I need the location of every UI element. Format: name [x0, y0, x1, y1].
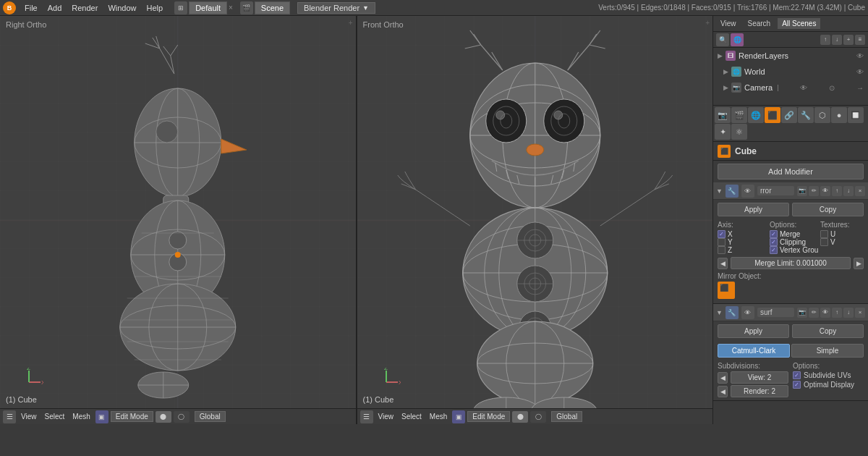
prop-world[interactable]: 🌐 — [748, 107, 764, 123]
view-subdiv-left[interactable]: ◀ — [718, 372, 728, 384]
subsurf-copy-btn[interactable]: Copy — [792, 324, 864, 338]
clipping-check[interactable] — [770, 238, 778, 246]
subsurf-name[interactable]: surf — [757, 308, 794, 317]
subsurf-edit[interactable]: ✏ — [809, 308, 819, 318]
workspace-close[interactable]: × — [229, 4, 233, 12]
scene-icon[interactable]: 🎬 — [240, 1, 253, 14]
nav-icon-2[interactable]: ↓ — [832, 35, 842, 45]
mirror-name[interactable]: rror — [757, 186, 794, 195]
render-subdiv-left[interactable]: ◀ — [718, 386, 728, 397]
select-menu-right[interactable]: Select — [399, 412, 425, 421]
prop-modifiers[interactable]: 🔧 — [798, 107, 814, 123]
view-subdiv-field[interactable]: View: 2 — [731, 371, 788, 384]
expand-icon[interactable]: + — [843, 35, 854, 45]
subsurf-vis[interactable]: 👁 — [820, 308, 830, 318]
global-select-left[interactable]: Global — [195, 411, 226, 422]
mesh-menu-left[interactable]: Mesh — [69, 412, 93, 421]
camera-cursor[interactable]: ⊙ — [829, 84, 835, 92]
u-check[interactable] — [820, 230, 828, 238]
add-modifier-button[interactable]: Add Modifier — [718, 164, 864, 180]
mirror-down[interactable]: ↓ — [843, 186, 854, 196]
outliner-item-renderlayers[interactable]: ▶ 🎞 RenderLayers 👁 — [713, 48, 868, 64]
panel-tab-all-scenes[interactable]: All Scenes — [778, 18, 820, 29]
mirror-vis[interactable]: 👁 — [820, 186, 830, 196]
mirror-cam[interactable]: 📷 — [797, 186, 807, 196]
view-menu-left[interactable]: View — [18, 412, 40, 421]
prop-render[interactable]: 📷 — [715, 107, 731, 123]
optimal-display-check[interactable] — [793, 381, 801, 389]
viewport-menu-icon-right[interactable]: ☰ — [360, 410, 373, 423]
mirror-toggle[interactable]: ▼ — [716, 187, 723, 195]
scene-icon-2[interactable]: 🌐 — [731, 33, 744, 46]
layer2-btn-right[interactable]: ◯ — [530, 411, 546, 423]
mirror-up[interactable]: ↑ — [832, 186, 842, 196]
mode-icon-right[interactable]: ▣ — [452, 410, 465, 423]
global-select-right[interactable]: Global — [551, 411, 582, 422]
prop-physics[interactable]: ⚛ — [731, 124, 747, 140]
subsurf-apply-btn[interactable]: Apply — [718, 324, 789, 338]
scene-label[interactable]: Scene — [255, 1, 290, 14]
panel-tab-search[interactable]: Search — [744, 18, 775, 29]
engine-selector[interactable]: Blender Render ▼ — [297, 2, 375, 14]
merge-limit-left[interactable]: ◀ — [718, 258, 728, 269]
workspace-default[interactable]: Default — [189, 1, 227, 14]
render-subdiv-field[interactable]: Render: 2 — [731, 385, 788, 397]
catmull-clark-tab[interactable]: Catmull-Clark — [718, 344, 790, 358]
prop-constraints[interactable]: 🔗 — [781, 107, 797, 123]
viewport-menu-icon-left[interactable]: ☰ — [3, 410, 16, 423]
subsurf-up[interactable]: ↑ — [832, 308, 842, 318]
vertex-check[interactable] — [770, 246, 778, 254]
subsurf-cam[interactable]: 📷 — [797, 308, 807, 318]
simple-tab[interactable]: Simple — [791, 344, 864, 358]
subsurf-toggle[interactable]: ▼ — [716, 309, 723, 316]
mode-icon-left[interactable]: ▣ — [95, 410, 109, 423]
layer-btn-left[interactable]: ⬤ — [156, 411, 171, 423]
camera-arrow[interactable]: → — [856, 84, 864, 92]
mirror-close[interactable]: × — [855, 186, 865, 196]
axis-y-check[interactable] — [718, 238, 726, 246]
mirror-apply-btn[interactable]: Apply — [718, 203, 789, 216]
menu-window[interactable]: Window — [103, 2, 140, 14]
mirror-obj-field[interactable]: ⬛ — [718, 282, 735, 299]
subsurf-icon[interactable]: 🔧 — [726, 306, 739, 319]
prop-texture[interactable]: 🔲 — [848, 107, 864, 123]
subdivide-uvs-check[interactable] — [793, 371, 801, 379]
merge-limit-field[interactable]: Merge Limit: 0.001000 — [731, 257, 851, 269]
menu-add[interactable]: Add — [43, 2, 67, 14]
layer-btn-right[interactable]: ⬤ — [512, 411, 528, 423]
viewport-left[interactable]: Right Ortho + — [0, 16, 357, 424]
mesh-menu-right[interactable]: Mesh — [427, 412, 450, 421]
viewport-right[interactable]: Front Ortho + — [357, 16, 713, 424]
mode-select-left[interactable]: Edit Mode — [111, 411, 153, 422]
layout-icon[interactable]: ⊞ — [174, 1, 187, 14]
axis-z-check[interactable] — [718, 246, 726, 254]
menu-help[interactable]: Help — [142, 2, 168, 14]
menu-render[interactable]: Render — [67, 2, 102, 14]
subsurf-down[interactable]: ↓ — [843, 308, 854, 318]
mirror-copy-btn[interactable]: Copy — [792, 203, 864, 216]
nav-icon-1[interactable]: ↑ — [820, 35, 830, 45]
scene-icon-1[interactable]: 🔍 — [716, 33, 729, 46]
prop-object[interactable]: ⬛ — [765, 107, 780, 123]
modifiers-scroll[interactable]: Add Modifier ▼ 🔧 👁 rror 📷 ✏ 👁 ↑ ↓ × — [713, 161, 868, 424]
axis-x-check[interactable] — [718, 230, 726, 238]
prop-data[interactable]: ⬡ — [814, 107, 830, 123]
mirror-render-icon[interactable]: 👁 — [741, 185, 754, 198]
outliner-item-world[interactable]: ▶ 🌐 World 👁 — [713, 64, 868, 80]
mirror-edit[interactable]: ✏ — [809, 186, 819, 196]
mode-select-right[interactable]: Edit Mode — [467, 411, 510, 422]
merge-limit-right[interactable]: ▶ — [854, 258, 864, 269]
subsurf-render-icon[interactable]: 👁 — [741, 306, 754, 319]
view-menu-right[interactable]: View — [375, 412, 397, 421]
camera-eye[interactable]: 👁 — [800, 84, 807, 92]
layer2-btn-left[interactable]: ◯ — [174, 411, 190, 423]
prop-scene[interactable]: 🎬 — [731, 107, 747, 123]
panel-tab-view[interactable]: View — [716, 18, 741, 29]
merge-check[interactable] — [770, 230, 778, 238]
mirror-icon[interactable]: 🔧 — [726, 185, 739, 198]
filter-icon[interactable]: ≡ — [855, 35, 865, 45]
prop-materials[interactable]: ● — [831, 107, 847, 123]
outliner-item-camera[interactable]: ▶ 📷 Camera | 👁 ⊙ → — [713, 80, 868, 96]
world-eye[interactable]: 👁 — [856, 68, 864, 76]
v-check[interactable] — [820, 238, 828, 246]
